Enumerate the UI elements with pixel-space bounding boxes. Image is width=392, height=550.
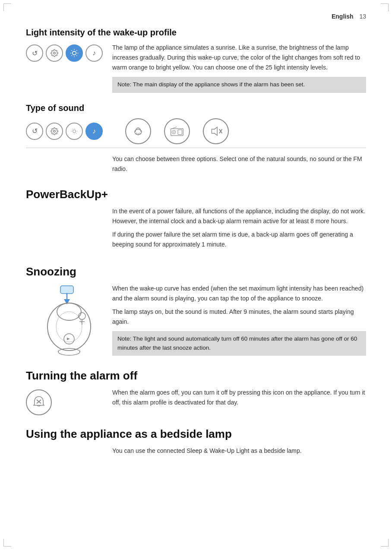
snoozing-body2: The lamp stays on, but the sound is mute… xyxy=(112,307,366,327)
snoozing-content: When the wake-up curve has ended (when t… xyxy=(26,284,366,357)
language-text: English xyxy=(332,13,354,20)
device-svg xyxy=(39,284,99,357)
power-backup-body2: If during the power failure the set alar… xyxy=(112,230,366,250)
snoozing-section: Snoozing xyxy=(26,265,366,357)
light-intensity-icons: ↺ xyxy=(26,43,112,62)
light-intensity-content: ↺ xyxy=(26,43,366,93)
alarm-off-section: Turning the alarm off When the alar xyxy=(26,369,366,415)
music-icon: ♪ xyxy=(85,44,103,62)
light-intensity-note: Note: The main display of the appliance … xyxy=(112,77,366,92)
type-of-sound-text: You can choose between three options. Se… xyxy=(112,154,366,177)
corner-mark-tr xyxy=(381,3,389,11)
sound-icons-left: ↺ xyxy=(26,123,112,140)
alarm-off-icon-container xyxy=(26,388,112,415)
svg-point-30 xyxy=(47,303,91,351)
radio-icon xyxy=(164,118,190,144)
light-intensity-section: Light intensity of the wake-up profile ↺ xyxy=(26,28,366,93)
type-of-sound-section: Type of sound ↺ xyxy=(26,103,366,177)
svg-point-0 xyxy=(54,52,56,54)
svg-point-34 xyxy=(58,348,80,355)
snoozing-body1: When the wake-up curve has ended (when t… xyxy=(112,284,366,303)
sound-music-blue-icon: ♪ xyxy=(85,123,103,140)
svg-line-9 xyxy=(76,51,77,51)
sound-icons-row: ↺ xyxy=(26,118,366,144)
bedside-lamp-content: You can use the connected Sleep & Wake-U… xyxy=(26,446,366,459)
snoozing-note-text: Note: The light and sound automatically … xyxy=(117,335,357,351)
svg-marker-24 xyxy=(212,127,217,135)
settings-icon xyxy=(46,44,63,62)
alarm-off-title: Turning the alarm off xyxy=(26,369,366,382)
alarm-off-content: When the alarm goes off, you can turn it… xyxy=(26,388,366,415)
svg-line-5 xyxy=(76,55,77,56)
sun-icon xyxy=(66,44,83,62)
light-intensity-title: Light intensity of the wake-up profile xyxy=(26,28,366,38)
sound-sun-small-icon xyxy=(66,123,83,140)
svg-line-8 xyxy=(72,55,72,56)
bedside-lamp-section: Using the appliance as a bedside lamp Yo… xyxy=(26,427,366,459)
svg-line-4 xyxy=(72,51,72,51)
svg-line-14 xyxy=(72,129,73,129)
type-of-sound-content: You can choose between three options. Se… xyxy=(26,154,366,177)
alarm-off-icon xyxy=(26,389,52,415)
power-backup-body1: In the event of a power failure, all fun… xyxy=(112,206,366,226)
type-of-sound-body: You can choose between three options. Se… xyxy=(112,154,366,174)
svg-point-11 xyxy=(73,130,76,133)
snoozing-title: Snoozing xyxy=(26,265,366,278)
sound-undo-icon: ↺ xyxy=(26,123,43,140)
page-number: 13 xyxy=(359,13,366,20)
svg-point-21 xyxy=(172,130,175,133)
light-intensity-note-text: Note: The main display of the appliance … xyxy=(117,81,305,88)
alarm-off-body: When the alarm goes off, you can turn it… xyxy=(112,388,366,408)
svg-rect-20 xyxy=(178,130,182,134)
page-header: English 13 xyxy=(26,13,366,20)
sound-icons-right xyxy=(117,118,366,144)
light-intensity-body: The lamp of the appliance simulates a su… xyxy=(112,43,366,73)
svg-rect-27 xyxy=(60,286,73,294)
snoozing-note: Note: The light and sound automatically … xyxy=(112,331,366,356)
light-intensity-text: The lamp of the appliance simulates a su… xyxy=(112,43,366,93)
undo-icon: ↺ xyxy=(26,44,43,62)
bedside-lamp-text: You can use the connected Sleep & Wake-U… xyxy=(112,446,366,459)
alarm-off-text: When the alarm goes off, you can turn it… xyxy=(112,388,366,411)
page: English 13 Light intensity of the wake-u… xyxy=(0,0,392,550)
power-backup-content: In the event of a power failure, all fun… xyxy=(26,206,366,253)
svg-point-22 xyxy=(173,131,174,133)
power-backup-text: In the event of a power failure, all fun… xyxy=(112,206,366,253)
power-backup-section: PowerBackUp+ In the event of a power fai… xyxy=(26,188,366,253)
corner-mark-bl xyxy=(3,539,11,547)
bedside-lamp-body: You can use the connected Sleep & Wake-U… xyxy=(112,446,366,456)
sound-divider xyxy=(26,148,366,148)
language-label: English 13 xyxy=(332,13,366,20)
natural-sounds-icon xyxy=(125,118,151,144)
svg-point-32 xyxy=(56,312,82,342)
corner-mark-tl xyxy=(3,3,11,11)
power-backup-title: PowerBackUp+ xyxy=(26,188,366,201)
corner-mark-br xyxy=(381,539,389,547)
sound-settings-icon xyxy=(46,123,63,140)
mute-icon xyxy=(203,118,229,144)
bedside-lamp-title: Using the appliance as a bedside lamp xyxy=(26,427,366,441)
svg-point-1 xyxy=(73,51,76,55)
svg-point-10 xyxy=(54,130,56,132)
type-of-sound-title: Type of sound xyxy=(26,103,366,113)
svg-line-15 xyxy=(76,133,76,133)
snoozing-text: When the wake-up curve has ended (when t… xyxy=(112,284,366,356)
snooze-device-image xyxy=(26,284,112,357)
alarm-off-svg xyxy=(32,395,46,410)
